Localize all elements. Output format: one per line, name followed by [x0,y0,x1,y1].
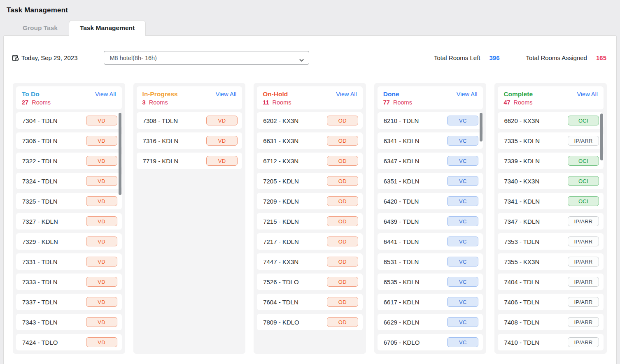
view-all-link[interactable]: View All [457,91,478,97]
room-card[interactable]: 6620 - KX3N OCI [498,112,604,129]
status-badge[interactable]: VD [86,257,117,267]
room-card[interactable]: 7205 - KDLN OD [257,173,363,189]
room-card[interactable]: 7341 - KDLN OCI [498,193,604,209]
room-card[interactable]: 6210 - TDLN VC [378,112,483,129]
status-badge[interactable]: VC [447,116,478,125]
room-card[interactable]: 6617 - KDLN VC [378,294,483,310]
status-badge[interactable]: OCI [568,116,599,125]
room-card[interactable]: 6705 - KDLO VC [378,334,483,350]
tab-task-management[interactable]: Task Management [69,20,146,36]
room-card[interactable]: 7406 - TDLN IP/ARR [498,294,604,310]
status-badge[interactable]: OD [327,236,358,246]
status-badge[interactable]: OD [327,277,358,287]
status-badge[interactable]: OD [327,317,358,327]
status-badge[interactable]: VC [447,317,478,327]
room-card[interactable]: 7217 - KDLN OD [257,233,363,250]
room-card[interactable]: 7604 - TDLN OD [257,294,363,310]
status-badge[interactable]: VD [86,176,117,186]
view-all-link[interactable]: View All [336,91,357,97]
status-badge[interactable]: OD [327,116,358,125]
view-all-link[interactable]: View All [95,91,116,97]
column-scrollbar[interactable] [480,113,482,141]
status-badge[interactable]: VD [86,236,117,246]
status-badge[interactable]: VD [206,116,238,125]
status-badge[interactable]: IP/ARR [568,337,599,347]
status-badge[interactable]: OD [327,176,358,186]
column-scrollbar[interactable] [600,114,603,160]
status-badge[interactable]: VD [86,277,117,287]
room-card[interactable]: 7447 - KX3N OD [257,253,363,270]
status-badge[interactable]: VC [447,156,478,166]
status-badge[interactable]: VC [447,297,478,307]
room-card[interactable]: 7337 - TDLN VD [16,294,122,310]
room-card[interactable]: 6202 - KX3N OD [257,112,363,129]
room-card[interactable]: 7306 - TDLN VD [16,132,122,149]
status-badge[interactable]: VD [206,156,238,166]
room-card[interactable]: 6629 - KDLN VC [378,314,483,330]
status-badge[interactable]: VC [447,136,478,146]
status-badge[interactable]: VC [447,257,478,267]
room-card[interactable]: 7424 - TDLO VD [16,334,122,350]
room-card[interactable]: 6347 - KDLN VC [378,153,483,169]
status-badge[interactable]: VC [447,236,478,246]
room-card[interactable]: 7304 - TDLN VD [16,112,122,129]
status-badge[interactable]: OD [327,297,358,307]
status-badge[interactable]: OCI [568,156,599,166]
room-card[interactable]: 7329 - KDLN VD [16,233,122,250]
room-card[interactable]: 7404 - TDLN IP/ARR [498,274,604,290]
status-badge[interactable]: VC [447,196,478,206]
room-card[interactable]: 7343 - TDLN VD [16,314,122,330]
room-card[interactable]: 6351 - KDLN VC [378,173,483,189]
room-card[interactable]: 6535 - KDLN VC [378,274,483,290]
shift-select[interactable]: M8 hotel(8h- 16h) [104,51,309,65]
status-badge[interactable]: IP/ARR [568,317,599,327]
room-card[interactable]: 7335 - KDLN IP/ARR [498,132,604,149]
room-card[interactable]: 7347 - KDLN IP/ARR [498,213,604,230]
status-badge[interactable]: OCI [568,176,599,186]
column-scrollbar[interactable] [119,113,121,195]
room-card[interactable]: 6341 - KDLN VC [378,132,483,149]
status-badge[interactable]: OD [327,196,358,206]
room-card[interactable]: 7408 - TDLN IP/ARR [498,314,604,330]
room-card[interactable]: 7331 - TDLN VD [16,253,122,270]
room-card[interactable]: 7719 - KDLN VD [137,153,242,169]
room-card[interactable]: 7324 - TDLN VD [16,173,122,189]
status-badge[interactable]: IP/ARR [568,297,599,307]
status-badge[interactable]: VC [447,277,478,287]
status-badge[interactable]: VD [86,116,117,125]
status-badge[interactable]: OD [327,257,358,267]
status-badge[interactable]: IP/ARR [568,136,599,146]
tab-group-task[interactable]: Group Task [12,20,69,35]
status-badge[interactable]: VC [447,216,478,226]
status-badge[interactable]: VD [206,136,238,146]
room-card[interactable]: 6439 - TDLN VC [378,213,483,230]
room-card[interactable]: 7339 - KDLN OCI [498,153,604,169]
room-card[interactable]: 7809 - KDLO OD [257,314,363,330]
status-badge[interactable]: VD [86,196,117,206]
room-card[interactable]: 7308 - TDLN VD [137,112,242,129]
room-card[interactable]: 7322 - TDLN VD [16,153,122,169]
room-card[interactable]: 6420 - TDLN VC [378,193,483,209]
room-card[interactable]: 7353 - TDLN IP/ARR [498,233,604,250]
status-badge[interactable]: OD [327,156,358,166]
status-badge[interactable]: OD [327,136,358,146]
status-badge[interactable]: IP/ARR [568,236,599,246]
view-all-link[interactable]: View All [577,91,598,97]
status-badge[interactable]: VD [86,337,117,347]
room-card[interactable]: 7333 - TDLN VD [16,274,122,290]
room-card[interactable]: 6441 - TDLN VC [378,233,483,250]
status-badge[interactable]: IP/ARR [568,277,599,287]
room-card[interactable]: 6631 - KX3N OD [257,132,363,149]
room-card[interactable]: 7410 - TDLN IP/ARR [498,334,604,350]
room-card[interactable]: 6531 - TDLN VC [378,253,483,270]
room-card[interactable]: 7340 - KX3N OCI [498,173,604,189]
status-badge[interactable]: VD [86,297,117,307]
status-badge[interactable]: VD [86,156,117,166]
room-card[interactable]: 6712 - KX3N OD [257,153,363,169]
status-badge[interactable]: VD [86,216,117,226]
room-card[interactable]: 7327 - KDLN VD [16,213,122,230]
status-badge[interactable]: OCI [568,196,599,206]
room-card[interactable]: 7325 - TDLN VD [16,193,122,209]
room-card[interactable]: 7355 - KX3N IP/ARR [498,253,604,270]
status-badge[interactable]: OD [327,216,358,226]
